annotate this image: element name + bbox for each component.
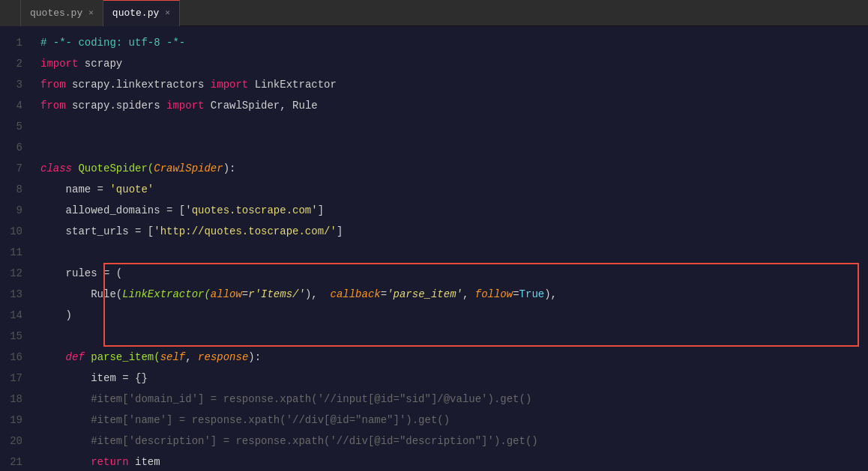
code-line-14: ): [40, 305, 859, 326]
code-token: def: [66, 347, 85, 368]
code-token: #item['domain_id'] = response.xpath('//i…: [91, 389, 531, 410]
code-line-9: allowed_domains = ['quotes.toscrape.com'…: [40, 200, 859, 221]
code-token: =: [513, 284, 519, 305]
code-token: scrapy.linkextractors: [66, 74, 211, 95]
code-token: ),: [544, 284, 557, 305]
code-token: 'http://quotes.toscrape.com/': [154, 221, 337, 242]
line-numbers: 123456789101112131415161718192021: [0, 26, 31, 471]
code-line-8: name = 'quote': [40, 179, 859, 200]
code-token: [40, 389, 91, 410]
tab-close-quote[interactable]: ✕: [165, 9, 170, 17]
code-token: rules = (: [40, 263, 122, 284]
code-token: ): [40, 305, 72, 326]
code-token: CrawlSpider, Rule: [204, 95, 317, 116]
line-number-17: 17: [0, 368, 22, 389]
code-token: ,: [462, 284, 475, 305]
code-token: return: [91, 452, 128, 471]
tab-close-quotes[interactable]: ✕: [88, 9, 94, 17]
line-number-8: 8: [0, 179, 22, 200]
code-line-17: item = {}: [40, 368, 859, 389]
code-token: import: [40, 53, 78, 74]
code-token: name =: [40, 179, 109, 200]
tab-quotes-py[interactable]: quotes.py ✕: [21, 0, 103, 26]
code-token: [40, 431, 91, 452]
line-number-14: 14: [0, 305, 22, 326]
line-number-4: 4: [0, 95, 22, 116]
code-token: [40, 410, 91, 431]
line-number-18: 18: [0, 389, 22, 410]
line-number-11: 11: [0, 242, 22, 263]
code-line-2: import scrapy: [40, 53, 859, 74]
code-token: import: [211, 74, 248, 95]
code-line-5: [40, 116, 859, 137]
code-token: QuoteSpider(: [72, 158, 154, 179]
code-token: Rule(: [40, 284, 122, 305]
code-token: 'quotes.toscrape.com': [185, 200, 317, 221]
line-number-16: 16: [0, 347, 22, 368]
code-token: LinkExtractor: [248, 74, 337, 95]
tab-bar: quotes.py ✕ quote.py ✕: [0, 0, 868, 26]
code-token: ]: [337, 221, 343, 242]
code-token: start_urls = [: [40, 221, 154, 242]
code-token: ]: [318, 200, 324, 221]
code-line-21: return item: [40, 452, 859, 471]
code-token: CrawlSpider: [154, 158, 223, 179]
code-token: allowed_domains = [: [40, 200, 185, 221]
line-number-5: 5: [0, 116, 22, 137]
code-line-19: #item['name'] = response.xpath('//div[@i…: [40, 410, 859, 431]
code-token: =: [381, 284, 387, 305]
code-token: from: [40, 95, 66, 116]
code-line-18: #item['domain_id'] = response.xpath('//i…: [40, 389, 859, 410]
line-number-19: 19: [0, 410, 22, 431]
code-token: item: [129, 452, 160, 471]
tab-quote-py[interactable]: quote.py ✕: [103, 0, 180, 26]
line-number-1: 1: [0, 32, 22, 53]
line-number-6: 6: [0, 137, 22, 158]
line-number-21: 21: [0, 452, 22, 471]
code-line-3: from scrapy.linkextractors import LinkEx…: [40, 74, 859, 95]
code-content[interactable]: # -*- coding: utf-8 -*-import scrapyfrom…: [31, 26, 868, 471]
code-token: ,: [185, 347, 198, 368]
code-token: 'parse_item': [387, 284, 462, 305]
code-line-16: def parse_item(self, response):: [40, 347, 859, 368]
line-number-3: 3: [0, 74, 22, 95]
code-token: callback: [331, 284, 381, 305]
line-number-9: 9: [0, 200, 22, 221]
code-token: ):: [248, 347, 261, 368]
tab-label-quotes: quotes.py: [30, 7, 82, 19]
line-number-7: 7: [0, 158, 22, 179]
code-line-13: Rule(LinkExtractor(allow=r'Items/'), cal…: [40, 284, 859, 305]
code-token: parse_item(: [85, 347, 160, 368]
line-number-10: 10: [0, 221, 22, 242]
code-line-1: # -*- coding: utf-8 -*-: [40, 32, 859, 53]
code-token: ):: [223, 158, 236, 179]
code-line-12: rules = (: [40, 263, 859, 284]
code-token: follow: [475, 284, 513, 305]
code-token: import: [166, 95, 204, 116]
code-token: # -*- coding: utf-8 -*-: [40, 32, 185, 53]
code-token: =: [242, 284, 248, 305]
code-area: 123456789101112131415161718192021 # -*- …: [0, 26, 868, 471]
code-token: r'Items/': [248, 284, 305, 305]
line-number-13: 13: [0, 284, 22, 305]
code-token: response: [198, 347, 248, 368]
line-number-20: 20: [0, 431, 22, 452]
code-token: scrapy: [78, 53, 122, 74]
line-number-2: 2: [0, 53, 22, 74]
code-token: allow: [211, 284, 242, 305]
code-token: [40, 452, 91, 471]
tab-scroll-arrow[interactable]: [0, 0, 21, 26]
code-token: item = {}: [40, 368, 148, 389]
code-token: 'quote': [109, 179, 154, 200]
code-token: ),: [305, 284, 331, 305]
code-token: #item['description'] = response.xpath('/…: [91, 431, 538, 452]
code-token: scrapy.spiders: [66, 95, 166, 116]
code-line-20: #item['description'] = response.xpath('/…: [40, 431, 859, 452]
code-line-15: [40, 326, 859, 347]
code-token: from: [40, 74, 66, 95]
tab-label-quote: quote.py: [112, 7, 159, 19]
editor: quotes.py ✕ quote.py ✕ 12345678910111213…: [0, 0, 868, 471]
code-token: class: [40, 158, 72, 179]
line-number-12: 12: [0, 263, 22, 284]
code-line-10: start_urls = ['http://quotes.toscrape.co…: [40, 221, 859, 242]
